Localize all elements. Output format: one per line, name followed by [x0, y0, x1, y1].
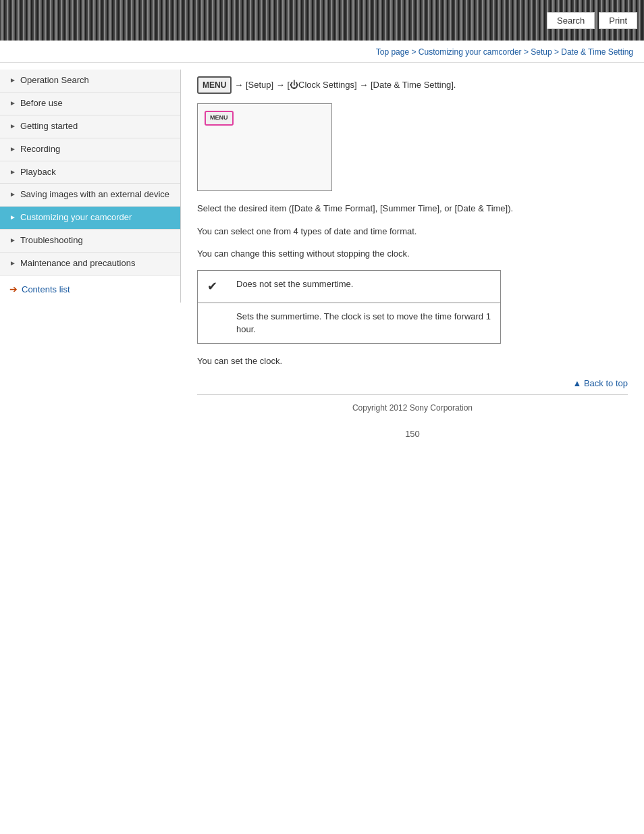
contents-list-arrow-icon: ➔: [9, 284, 18, 294]
arrow-icon: ►: [9, 236, 16, 244]
camera-mock-image: MENU: [197, 103, 332, 191]
sidebar-item-label: Customizing your camcorder: [20, 212, 132, 224]
sidebar-item-label: Playback: [20, 167, 56, 178]
header: Search Print: [0, 0, 644, 41]
sidebar-item-playback[interactable]: ► Playback: [0, 161, 180, 184]
table-cell-2: Sets the summertime. The clock is set to…: [227, 303, 501, 343]
back-to-top-link[interactable]: ▲ Back to top: [572, 378, 628, 388]
contents-list-link[interactable]: ➔ Contents list: [0, 276, 180, 303]
arrow-icon: ►: [9, 145, 16, 153]
breadcrumb-current: Date & Time Setting: [561, 47, 633, 57]
copyright-text: Copyright 2012 Sony Corporation: [352, 403, 473, 413]
paragraph-2: You can select one from 4 types of date …: [197, 225, 628, 238]
search-button[interactable]: Search: [547, 12, 595, 29]
paragraph-4: You can set the clock.: [197, 355, 628, 368]
print-button[interactable]: Print: [599, 12, 637, 29]
check-cell-1: ✔: [198, 270, 227, 303]
sidebar-item-label: Before use: [20, 98, 63, 109]
sidebar-item-label: Operation Search: [20, 75, 89, 86]
breadcrumb-top[interactable]: Top page: [376, 47, 409, 57]
sidebar-item-label: Saving images with an external device: [20, 189, 169, 201]
back-to-top[interactable]: ▲ Back to top: [197, 377, 628, 390]
arrow-symbol: → [Setup] → [⏻Clock Settings] → [Date & …: [234, 78, 456, 92]
sidebar-item-saving-images[interactable]: ► Saving images with an external device: [0, 184, 180, 207]
sidebar: ► Operation Search ► Before use ► Gettin…: [0, 70, 181, 303]
settings-table: ✔ Does not set the summertime. Sets the …: [197, 270, 501, 344]
arrow-icon: ►: [9, 213, 16, 221]
table-cell-1: Does not set the summertime.: [227, 270, 501, 303]
sidebar-item-customizing[interactable]: ► Customizing your camcorder: [0, 207, 180, 230]
camera-menu-button: MENU: [205, 111, 234, 126]
page-layout: ► Operation Search ► Before use ► Gettin…: [0, 70, 644, 461]
sidebar-item-label: Troubleshooting: [20, 235, 83, 246]
sidebar-item-getting-started[interactable]: ► Getting started: [0, 115, 180, 138]
sidebar-item-label: Maintenance and precautions: [20, 258, 136, 269]
table-row: ✔ Does not set the summertime.: [198, 270, 501, 303]
breadcrumb-setup[interactable]: Setup: [531, 47, 552, 57]
arrow-icon: ►: [9, 122, 16, 130]
sidebar-item-label: Getting started: [20, 121, 78, 132]
arrow-icon: ►: [9, 76, 16, 84]
paragraph-1: Select the desired item ([Date & Time Fo…: [197, 202, 628, 215]
sidebar-item-label: Recording: [20, 144, 60, 155]
main-content: MENU → [Setup] → [⏻Clock Settings] → [Da…: [181, 70, 644, 461]
arrow-icon: ►: [9, 190, 16, 198]
contents-list-label: Contents list: [22, 284, 70, 294]
sidebar-item-operation-search[interactable]: ► Operation Search: [0, 70, 180, 93]
menu-key: MENU: [197, 76, 232, 94]
menu-instruction: MENU → [Setup] → [⏻Clock Settings] → [Da…: [197, 76, 628, 94]
sidebar-item-troubleshooting[interactable]: ► Troubleshooting: [0, 230, 180, 253]
table-row: Sets the summertime. The clock is set to…: [198, 303, 501, 343]
sidebar-item-recording[interactable]: ► Recording: [0, 138, 180, 161]
arrow-icon: ►: [9, 168, 16, 176]
sidebar-item-before-use[interactable]: ► Before use: [0, 93, 180, 115]
arrow-icon: ►: [9, 99, 16, 107]
breadcrumb: Top page > Customizing your camcorder > …: [0, 41, 644, 63]
sidebar-item-maintenance[interactable]: ► Maintenance and precautions: [0, 253, 180, 276]
check-cell-2: [198, 303, 227, 343]
page-number: 150: [197, 421, 628, 448]
paragraph-3: You can change this setting without stop…: [197, 247, 628, 261]
breadcrumb-customizing[interactable]: Customizing your camcorder: [419, 47, 522, 57]
arrow-icon: ►: [9, 259, 16, 267]
page-footer: Copyright 2012 Sony Corporation: [197, 394, 628, 421]
